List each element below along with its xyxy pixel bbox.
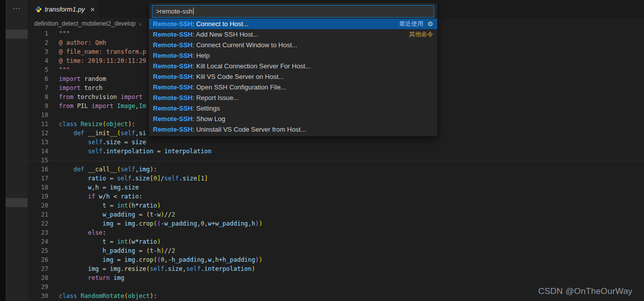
- code-line[interactable]: 21 w_padding = (t-w)//2: [28, 210, 644, 219]
- code-text: import torch: [48, 83, 103, 92]
- code-text: ratio = self.size[0]/self.size[1]: [48, 174, 208, 183]
- code-text: if w/h < ratio:: [48, 192, 142, 201]
- palette-item-9[interactable]: Remote-SSH: Settings: [149, 103, 437, 114]
- code-text: self.interpolation = interpolation: [48, 147, 211, 156]
- palette-item-11[interactable]: Remote-SSH: Uninstall VS Code Server fro…: [149, 124, 437, 135]
- command-label: : Open SSH Configuration File...: [193, 83, 286, 91]
- tab-title: transform1.py: [45, 6, 85, 13]
- line-number: 6: [28, 74, 48, 83]
- line-number: 17: [28, 174, 48, 183]
- code-text: [48, 282, 59, 291]
- code-text: img = img.resize(self.size,self.interpol…: [48, 264, 255, 273]
- command-label: : Kill Local Connection Server For Host.…: [193, 62, 311, 70]
- command-label: : Kill VS Code Server on Host...: [193, 73, 284, 80]
- line-number: 25: [28, 246, 48, 255]
- command-prefix: Remote-SSH: [153, 105, 193, 112]
- vscode-window: { "colors": { "accent": "#007fd4", "sele…: [0, 0, 644, 301]
- overflow-menu-icon[interactable]: ⋯: [6, 4, 28, 13]
- line-number: 28: [28, 273, 48, 282]
- code-text: """: [48, 65, 70, 74]
- command-prefix: Remote-SSH: [153, 115, 193, 123]
- command-prefix: Remote-SSH: [153, 126, 193, 133]
- code-line[interactable]: 13 self.size = size: [28, 138, 644, 147]
- line-number: 11: [28, 120, 48, 129]
- text-cursor: [193, 8, 194, 15]
- command-label: : Connect Current Window to Host...: [193, 41, 297, 49]
- editor-divider: [28, 161, 644, 161]
- gear-icon[interactable]: ⚙: [427, 20, 433, 28]
- code-line[interactable]: 20 t = int(h*ratio): [28, 201, 644, 210]
- code-line[interactable]: 27 img = img.resize(self.size,self.inter…: [28, 264, 644, 273]
- code-line[interactable]: 25 h_padding = (t-h)//2: [28, 246, 644, 255]
- code-text: h_padding = (t-h)//2: [48, 246, 175, 255]
- code-line[interactable]: 17 ratio = self.size[0]/self.size[1]: [28, 174, 644, 183]
- code-line[interactable]: 23 else:: [28, 228, 644, 237]
- code-line[interactable]: 14 self.interpolation = interpolation: [28, 147, 644, 156]
- python-icon: [35, 6, 42, 13]
- code-text: class RandomRotate(object):: [48, 291, 157, 300]
- palette-item-7[interactable]: Remote-SSH: Open SSH Configuration File.…: [149, 82, 437, 92]
- breadcrumb-path[interactable]: definition_detect_mobilenet2_develop: [34, 20, 136, 27]
- code-line[interactable]: 15: [28, 156, 644, 165]
- line-number: 8: [28, 92, 48, 102]
- code-line[interactable]: 16 def __call__(self,img):: [28, 165, 644, 174]
- code-text: w,h = img.size: [48, 183, 139, 192]
- tab-transform1-py[interactable]: transform1.py ×: [30, 0, 101, 18]
- watermark: CSDN @OnTheOurWay: [538, 286, 632, 296]
- line-number: 14: [28, 147, 48, 156]
- code-line[interactable]: 18 w,h = img.size: [28, 183, 644, 192]
- palette-item-10[interactable]: Remote-SSH: Show Log: [149, 114, 437, 124]
- command-prefix: Remote-SSH: [153, 20, 193, 28]
- group-label: 最近使用: [399, 20, 423, 28]
- command-query-text: >remote-ssh: [156, 8, 193, 15]
- line-number: 10: [28, 111, 48, 120]
- command-prefix: Remote-SSH: [153, 73, 193, 80]
- line-number: 30: [28, 291, 48, 300]
- palette-item-8[interactable]: Remote-SSH: Report Issue...: [149, 92, 437, 103]
- code-line[interactable]: 24 t = int(w*ratio): [28, 237, 644, 246]
- code-text: @ time: 2019:11:20:11:29: [48, 56, 146, 65]
- code-text: from torchvision import: [48, 92, 142, 102]
- line-number: 21: [28, 210, 48, 219]
- command-label: : Settings: [193, 105, 220, 112]
- command-prefix: Remote-SSH: [153, 41, 193, 49]
- code-line[interactable]: 19 if w/h < ratio:: [28, 192, 644, 201]
- command-label: : Show Log: [193, 115, 225, 123]
- side-column-highlight: [6, 30, 28, 39]
- code-text: import random: [48, 74, 106, 83]
- line-number: 2: [28, 38, 48, 47]
- chevron-right-icon: ›: [139, 20, 141, 28]
- line-number: 19: [28, 192, 48, 201]
- code-text: self.size = size: [48, 138, 146, 147]
- code-text: [48, 156, 59, 165]
- line-number: 12: [28, 129, 48, 138]
- code-text: def __init__(self,si: [48, 129, 146, 138]
- code-text: img = img.crop((0,-h_padding,w,h+h_paddi…: [48, 255, 263, 264]
- line-number: 9: [28, 102, 48, 111]
- command-prefix: Remote-SSH: [153, 62, 193, 70]
- palette-item-2[interactable]: Remote-SSH: Add New SSH Host...其他命令: [149, 29, 437, 40]
- code-text: img = img.crop((-w_padding,0,w+w_padding…: [48, 219, 263, 228]
- command-prefix: Remote-SSH: [153, 94, 193, 102]
- code-line[interactable]: 26 img = img.crop((0,-h_padding,w,h+h_pa…: [28, 255, 644, 264]
- close-icon[interactable]: ×: [90, 6, 95, 13]
- line-number: 5: [28, 65, 48, 74]
- line-number: 16: [28, 165, 48, 174]
- command-prefix: Remote-SSH: [153, 83, 193, 91]
- activity-bar: [0, 0, 6, 301]
- side-column: [6, 0, 28, 301]
- palette-item-4[interactable]: Remote-SSH: Help: [149, 50, 437, 61]
- code-text: t = int(w*ratio): [48, 237, 160, 246]
- code-text: w_padding = (t-w)//2: [48, 210, 175, 219]
- palette-item-6[interactable]: Remote-SSH: Kill VS Code Server on Host.…: [149, 71, 437, 82]
- line-number: 1: [28, 29, 48, 38]
- command-input[interactable]: >remote-ssh: [152, 5, 434, 18]
- command-label: : Uninstall VS Code Server from Host...: [193, 126, 306, 133]
- palette-item-1[interactable]: Remote-SSH: Connect to Host...最近使用⚙: [149, 19, 437, 29]
- code-text: """: [48, 29, 70, 38]
- palette-item-3[interactable]: Remote-SSH: Connect Current Window to Ho…: [149, 40, 437, 50]
- code-line[interactable]: 22 img = img.crop((-w_padding,0,w+w_padd…: [28, 219, 644, 228]
- code-text: t = int(h*ratio): [48, 201, 160, 210]
- code-line[interactable]: 28 return img: [28, 273, 644, 282]
- palette-item-5[interactable]: Remote-SSH: Kill Local Connection Server…: [149, 61, 437, 71]
